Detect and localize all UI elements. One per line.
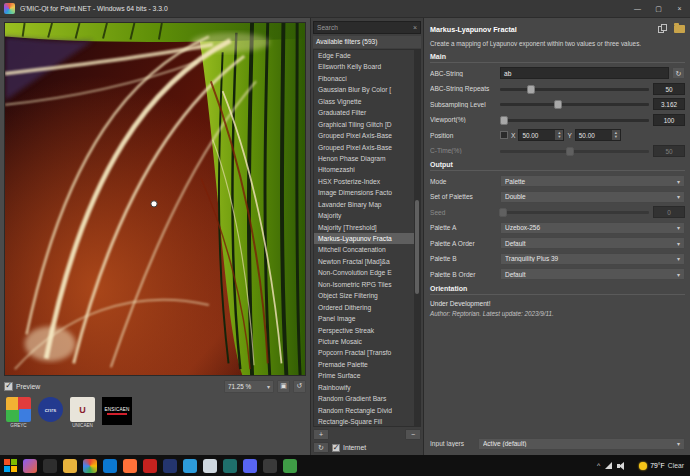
- remove-fave-button[interactable]: −: [405, 429, 421, 440]
- filter-list-item[interactable]: Newton Fractal [Mad]&a: [314, 256, 420, 267]
- app-red-icon[interactable]: [143, 459, 157, 473]
- minimize-button[interactable]: —: [627, 0, 648, 18]
- chrome-icon[interactable]: [83, 459, 97, 473]
- viewport-slider[interactable]: [500, 114, 649, 126]
- filter-scrollbar-thumb[interactable]: [415, 200, 419, 294]
- filter-list-item[interactable]: HSX Posterize-Index: [314, 176, 420, 187]
- search-icon[interactable]: [43, 459, 57, 473]
- zoom-reset-button[interactable]: ↺: [293, 380, 306, 393]
- filter-list-item[interactable]: Non-Convolution Edge E: [314, 267, 420, 278]
- copy-icon[interactable]: [658, 24, 668, 34]
- file-explorer-icon[interactable]: [63, 459, 77, 473]
- filter-list-item[interactable]: Object Size Filtering: [314, 290, 420, 301]
- preview-position-marker[interactable]: [151, 201, 157, 207]
- filter-list-item[interactable]: Picture Mosaic: [314, 336, 420, 347]
- slider-track: [500, 150, 649, 153]
- app-teal-icon[interactable]: [223, 459, 237, 473]
- folder-icon[interactable]: [674, 25, 685, 33]
- subsampling-slider[interactable]: [500, 98, 649, 110]
- position-y-input[interactable]: 50.00 ▴▾: [575, 129, 621, 141]
- filter-list-item[interactable]: Non-Isometric RPG Tiles: [314, 279, 420, 290]
- preview-image[interactable]: [4, 22, 306, 376]
- app-navy-icon[interactable]: [163, 459, 177, 473]
- filter-list-item[interactable]: Graduated Filter: [314, 107, 420, 118]
- filter-list-item[interactable]: Image Dimensions Facto: [314, 187, 420, 198]
- palette-b-order-dropdown[interactable]: Default ▾: [500, 268, 685, 280]
- spinner-arrows[interactable]: ▴▾: [612, 130, 620, 140]
- filter-list-item[interactable]: Mitchell Concatenation: [314, 244, 420, 255]
- filter-list-item[interactable]: Majority: [314, 210, 420, 221]
- set-of-palettes-dropdown[interactable]: Double ▾: [500, 191, 685, 203]
- add-fave-button[interactable]: +: [313, 429, 329, 440]
- filter-list-item[interactable]: Fibonacci: [314, 73, 420, 84]
- paintnet-icon[interactable]: [203, 459, 217, 473]
- update-filters-button[interactable]: ↻: [313, 442, 329, 453]
- palette-a-dropdown[interactable]: Uzebox-256 ▾: [500, 222, 685, 234]
- filter-list-item[interactable]: Graphical Tiling Glitch [D: [314, 119, 420, 130]
- volume-icon[interactable]: [617, 462, 626, 470]
- position-checkbox[interactable]: [500, 131, 508, 139]
- tray-chevron-icon[interactable]: ^: [597, 462, 600, 469]
- edge-icon[interactable]: [103, 459, 117, 473]
- palette-a-order-dropdown[interactable]: Default ▾: [500, 237, 685, 249]
- filter-list-item[interactable]: Lavander Binary Map: [314, 199, 420, 210]
- palette-b-dropdown[interactable]: Tranquility Plus 39 ▾: [500, 253, 685, 265]
- spinner-arrows[interactable]: ▴▾: [555, 130, 563, 140]
- maximize-button[interactable]: ▢: [648, 0, 669, 18]
- filter-list-item[interactable]: Rectangle-Square Fill: [314, 416, 420, 427]
- filter-list-scrollbar[interactable]: [414, 50, 420, 426]
- app-indigo-icon[interactable]: [243, 459, 257, 473]
- filter-list-item[interactable]: Majority [Threshold]: [314, 222, 420, 233]
- internet-checkbox[interactable]: ✓: [332, 444, 340, 452]
- abc-repeats-slider[interactable]: [500, 83, 649, 95]
- preview-checkbox[interactable]: ✓: [4, 382, 13, 391]
- filter-list-item[interactable]: Perspective Streak: [314, 325, 420, 336]
- position-y-label: Y: [567, 132, 571, 139]
- close-button[interactable]: ×: [669, 0, 690, 18]
- filter-list-item[interactable]: Hitomezashi: [314, 164, 420, 175]
- filter-list-item[interactable]: Panel Image: [314, 313, 420, 324]
- filter-list-item[interactable]: Grouped Pixel Axis-Base: [314, 142, 420, 153]
- filter-list-item[interactable]: Ellsworth Kelly Board: [314, 61, 420, 72]
- start-button[interactable]: [4, 459, 18, 473]
- filter-list[interactable]: Edge FadeEllsworth Kelly BoardFibonacciG…: [313, 49, 421, 427]
- weather-widget[interactable]: 79°F Clear: [639, 462, 684, 470]
- viewport-value[interactable]: 100: [653, 114, 685, 126]
- filter-list-item[interactable]: Popcorn Fractal [Transfo: [314, 347, 420, 358]
- filter-list-item[interactable]: Rainbowify: [314, 382, 420, 393]
- filter-list-item[interactable]: Prime Surface: [314, 370, 420, 381]
- filter-list-item[interactable]: Glass Vignette: [314, 96, 420, 107]
- filter-list-item[interactable]: Gaussian Blur By Color [: [314, 84, 420, 95]
- window-titlebar[interactable]: G'MIC-Qt for Paint.NET - Windows 64 bits…: [0, 0, 690, 18]
- slider-handle[interactable]: [500, 116, 508, 125]
- abc-repeats-value[interactable]: 50: [653, 83, 685, 95]
- filter-list-item[interactable]: Grouped Pixel Axis-Base: [314, 130, 420, 141]
- search-clear-icon[interactable]: ×: [413, 24, 417, 31]
- filter-list-item[interactable]: Random Gradient Bars: [314, 393, 420, 404]
- mode-dropdown[interactable]: Palette ▾: [500, 175, 685, 187]
- firefox-icon[interactable]: [123, 459, 137, 473]
- filter-list-item[interactable]: Henon Phase Diagram: [314, 153, 420, 164]
- filter-list-item[interactable]: Random Rectangle Divid: [314, 405, 420, 416]
- zoom-level-dropdown[interactable]: 71.25 % ▾: [224, 380, 274, 393]
- abc-string-input[interactable]: ab: [500, 67, 669, 79]
- slider-handle[interactable]: [527, 85, 535, 94]
- gmic-app-icon[interactable]: [23, 459, 37, 473]
- position-x-input[interactable]: 50.00 ▴▾: [518, 129, 564, 141]
- chevron-down-icon: ▾: [677, 240, 680, 247]
- input-layers-dropdown[interactable]: Active (default) ▾: [478, 438, 685, 450]
- search-input[interactable]: [317, 24, 413, 31]
- filter-list-item[interactable]: Markus-Lyapunov Fracta: [314, 233, 420, 244]
- filter-list-item[interactable]: Ordered Dithering: [314, 302, 420, 313]
- zoom-fit-button[interactable]: ▣: [277, 380, 290, 393]
- filter-search[interactable]: ×: [313, 21, 421, 34]
- filter-list-item[interactable]: Edge Fade: [314, 50, 420, 61]
- app-green-icon[interactable]: [283, 459, 297, 473]
- network-icon[interactable]: [605, 462, 612, 469]
- randomize-icon[interactable]: ↻: [672, 67, 685, 79]
- slider-handle[interactable]: [554, 100, 562, 109]
- filter-list-item[interactable]: Premade Palette: [314, 359, 420, 370]
- app-blue-icon[interactable]: [183, 459, 197, 473]
- app-dark-icon[interactable]: [263, 459, 277, 473]
- subsampling-value[interactable]: 3.162: [653, 98, 685, 110]
